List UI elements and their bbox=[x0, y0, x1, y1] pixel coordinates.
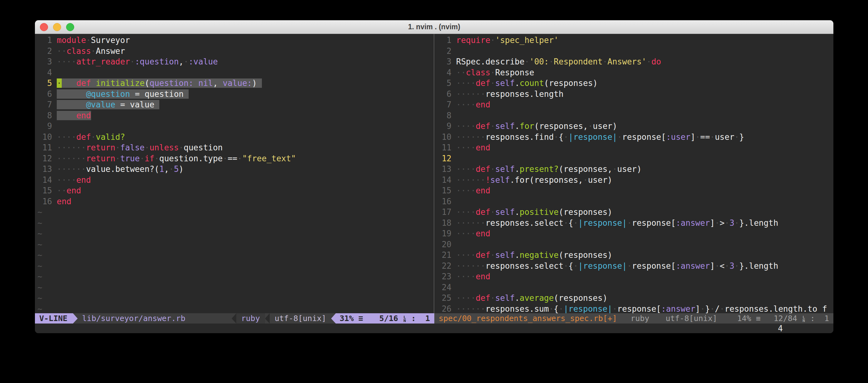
line-number: 23 bbox=[437, 271, 452, 282]
empty-buffer-line: ~ bbox=[37, 228, 434, 239]
titlebar[interactable]: 1. nvim . (nvim) bbox=[35, 20, 833, 34]
code-line: 14····end bbox=[37, 175, 434, 185]
code-line: 8 bbox=[437, 110, 833, 121]
code-line: 9····def·self.for(responses,·user) bbox=[437, 121, 833, 132]
mode-indicator: V-LINE bbox=[35, 313, 73, 323]
code-text: RSpec.describe·'00:·Respondent·Answers'·… bbox=[456, 56, 661, 67]
code-text: ······!self.for(responses,·user) bbox=[456, 175, 612, 185]
code-text: @question = question bbox=[57, 89, 189, 100]
line-number: 10 bbox=[37, 132, 52, 143]
line-number: 6 bbox=[37, 89, 52, 100]
code-line: 11····end bbox=[437, 142, 833, 153]
code-text: ····def·self.positive(responses) bbox=[456, 207, 612, 218]
maxlinenr-icon: LN bbox=[403, 315, 406, 322]
line-number: 13 bbox=[437, 164, 452, 175]
code-text: ····end bbox=[456, 185, 490, 196]
empty-buffer-line: ~ bbox=[37, 293, 434, 304]
line-number: 4 bbox=[37, 67, 52, 78]
code-line: 4 bbox=[37, 67, 434, 78]
tilde-marker: ~ bbox=[37, 260, 42, 272]
code-line: 15··end bbox=[37, 185, 434, 196]
line-number: 7 bbox=[437, 99, 452, 110]
code-line: 7····end bbox=[437, 99, 833, 110]
tilde-marker: ~ bbox=[37, 228, 42, 239]
code-line: 16end bbox=[37, 196, 434, 207]
position-info: 31% ≡5/16 LN : 1 bbox=[336, 313, 434, 323]
code-line: 12 bbox=[437, 153, 833, 164]
code-line: 17····def·self.positive(responses) bbox=[437, 207, 833, 218]
line-number: 8 bbox=[37, 110, 52, 121]
line-number: 1 bbox=[37, 35, 52, 46]
line-number: 11 bbox=[37, 142, 52, 153]
code-text: ····def·self.count(responses) bbox=[456, 78, 598, 89]
line-number: 16 bbox=[37, 196, 52, 207]
line-number: 19 bbox=[437, 228, 452, 239]
code-line: 7 @value = value bbox=[37, 99, 434, 110]
code-line: 19····end bbox=[437, 228, 833, 239]
code-text: ······value.between?(1,·5) bbox=[57, 164, 184, 175]
line-number: 3 bbox=[37, 56, 52, 67]
linenr-icon: ≡ bbox=[359, 313, 363, 323]
line-number: 24 bbox=[437, 282, 452, 293]
code-text: ····end bbox=[456, 271, 490, 282]
status-row: V-LINE lib/surveyor/answer.rb ruby utf-8… bbox=[35, 313, 833, 323]
line-number: 15 bbox=[37, 185, 52, 196]
tilde-marker: ~ bbox=[37, 304, 42, 314]
code-line: 10····def·valid? bbox=[37, 132, 434, 143]
code-text: ····end bbox=[456, 99, 490, 110]
line-number: 17 bbox=[437, 207, 452, 218]
close-button[interactable] bbox=[40, 23, 48, 31]
line-number: 10 bbox=[437, 132, 452, 143]
pane-right[interactable]: 1require·'spec_helper'23RSpec.describe·'… bbox=[434, 34, 833, 313]
code-text: ··class·Response bbox=[456, 67, 534, 78]
code-line: 13····def·self.present?(responses,·user) bbox=[437, 164, 833, 175]
empty-buffer-line: ~ bbox=[37, 260, 434, 272]
file-path: lib/surveyor/answer.rb bbox=[78, 313, 231, 323]
code-line: 22······responses.select·{·|response|·re… bbox=[437, 260, 833, 272]
line-number: 2 bbox=[437, 46, 452, 57]
code-text: @value = value bbox=[57, 99, 159, 110]
terminal-window[interactable]: 1. nvim . (nvim) 1module·Surveyor2··clas… bbox=[35, 20, 833, 333]
tilde-marker: ~ bbox=[37, 207, 42, 218]
code-text: ····attr_reader·:question,·:value bbox=[57, 56, 218, 67]
cursor-block: · bbox=[57, 78, 62, 88]
tilde-marker: ~ bbox=[37, 250, 42, 260]
window-title: 1. nvim . (nvim) bbox=[35, 23, 833, 31]
minimize-button[interactable] bbox=[53, 23, 61, 31]
code-text: ······return·false·unless·question bbox=[57, 142, 223, 153]
tilde-marker: ~ bbox=[37, 282, 42, 293]
code-line: 24 bbox=[437, 282, 833, 293]
line-number: 7 bbox=[37, 99, 52, 110]
line-number: 8 bbox=[437, 110, 452, 121]
code-text: ····end bbox=[57, 175, 91, 185]
tilde-marker: ~ bbox=[37, 218, 42, 229]
pane-left[interactable]: 1module·Surveyor2··class·Answer3····attr… bbox=[35, 34, 434, 313]
code-line: 13······value.between?(1,·5) bbox=[37, 164, 434, 175]
empty-buffer-line: ~ bbox=[37, 207, 434, 218]
code-text: module·Surveyor bbox=[57, 35, 130, 46]
line-number: 9 bbox=[437, 121, 452, 132]
code-text: · def initialize(question: nil, value:) bbox=[57, 78, 262, 89]
code-line: 5····def·self.count(responses) bbox=[437, 78, 833, 89]
code-line: 14······!self.for(responses,·user) bbox=[437, 175, 833, 185]
code-line: 6······responses.length bbox=[437, 89, 833, 100]
code-text: ····end bbox=[456, 228, 490, 239]
zoom-button[interactable] bbox=[66, 23, 74, 31]
command-line[interactable]: 4 bbox=[35, 323, 833, 333]
traffic-lights bbox=[40, 20, 74, 34]
code-text: ······responses.select·{·|response|·resp… bbox=[456, 218, 778, 229]
code-line: 26······responses.sum·{·|response|·respo… bbox=[437, 304, 833, 314]
code-line: 3····attr_reader·:question,·:value bbox=[37, 56, 434, 67]
line-number: 18 bbox=[437, 218, 452, 229]
line-number: 15 bbox=[437, 185, 452, 196]
code-line: 16 bbox=[437, 196, 833, 207]
code-line: 5· def initialize(question: nil, value:) bbox=[37, 78, 434, 89]
code-line: 21····def·self.negative(responses) bbox=[437, 250, 833, 260]
line-number: 22 bbox=[437, 260, 452, 272]
code-text: ······responses.sum·{·|response|·respons… bbox=[456, 304, 827, 314]
code-text: end bbox=[57, 196, 71, 207]
code-line: 18······responses.select·{·|response|·re… bbox=[437, 218, 833, 229]
code-line: 20 bbox=[437, 239, 833, 250]
line-number: 11 bbox=[437, 142, 452, 153]
code-line: 2 bbox=[437, 46, 833, 57]
